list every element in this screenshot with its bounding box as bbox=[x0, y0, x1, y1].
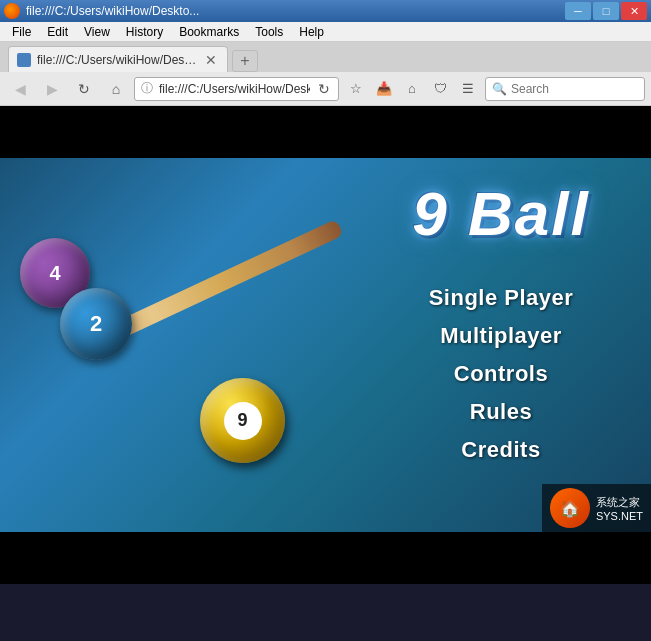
title-bar-left: file:///C:/Users/wikiHow/Deskto... bbox=[4, 3, 199, 19]
shield-button[interactable]: 🛡 bbox=[427, 76, 453, 102]
tab-bar: file:///C:/Users/wikiHow/Deskto... ✕ + bbox=[0, 42, 651, 72]
billiard-ball-9: 9 bbox=[200, 378, 285, 463]
reload-button[interactable]: ↻ bbox=[70, 76, 98, 102]
menu-credits[interactable]: Credits bbox=[451, 431, 550, 469]
toolbar-icons: ☆ 📥 ⌂ 🛡 ☰ bbox=[343, 76, 481, 102]
watermark-domain: SYS.NET bbox=[596, 510, 643, 522]
tab-title: file:///C:/Users/wikiHow/Deskto... bbox=[37, 53, 197, 67]
black-bar-top bbox=[0, 106, 651, 158]
minimize-button[interactable]: ─ bbox=[565, 2, 591, 20]
menu-hamburger-button[interactable]: ☰ bbox=[455, 76, 481, 102]
menu-help[interactable]: Help bbox=[291, 23, 332, 41]
nav-bar: ◀ ▶ ↻ ⌂ ⓘ ↻ ☆ 📥 ⌂ 🛡 ☰ 🔍 bbox=[0, 72, 651, 106]
search-icon: 🔍 bbox=[492, 82, 507, 96]
tab-close-button[interactable]: ✕ bbox=[203, 52, 219, 68]
watermark: 🏠 系统之家 SYS.NET bbox=[542, 484, 651, 532]
game-area: 9 9 Ball Single Player Multiplayer Contr… bbox=[0, 106, 651, 584]
new-tab-button[interactable]: + bbox=[232, 50, 258, 72]
menu-history[interactable]: History bbox=[118, 23, 171, 41]
info-icon: ⓘ bbox=[139, 81, 155, 97]
watermark-logo: 🏠 bbox=[550, 488, 590, 528]
ball-9-number: 9 bbox=[237, 410, 247, 431]
title-bar-controls: ─ □ ✕ bbox=[565, 2, 647, 20]
game-menu: 9 Ball Single Player Multiplayer Control… bbox=[391, 158, 611, 532]
refresh-address-button[interactable]: ↻ bbox=[314, 79, 334, 99]
billiard-ball-2 bbox=[60, 288, 132, 360]
menu-rules[interactable]: Rules bbox=[460, 393, 542, 431]
cue-stick bbox=[101, 219, 344, 345]
menu-bar: File Edit View History Bookmarks Tools H… bbox=[0, 22, 651, 42]
black-bar-bottom bbox=[0, 532, 651, 584]
menu-file[interactable]: File bbox=[4, 23, 39, 41]
balls-area: 9 bbox=[0, 158, 340, 532]
bookmark-star-button[interactable]: ☆ bbox=[343, 76, 369, 102]
tab-favicon bbox=[17, 53, 31, 67]
watermark-chinese: 系统之家 bbox=[596, 495, 643, 510]
ball-9-circle: 9 bbox=[224, 402, 262, 440]
menu-multiplayer[interactable]: Multiplayer bbox=[430, 317, 572, 355]
address-input[interactable] bbox=[159, 82, 310, 96]
menu-controls[interactable]: Controls bbox=[444, 355, 558, 393]
bookmark-list-button[interactable]: 📥 bbox=[371, 76, 397, 102]
menu-bookmarks[interactable]: Bookmarks bbox=[171, 23, 247, 41]
search-bar[interactable]: 🔍 bbox=[485, 77, 645, 101]
menu-edit[interactable]: Edit bbox=[39, 23, 76, 41]
back-button[interactable]: ◀ bbox=[6, 76, 34, 102]
firefox-icon bbox=[4, 3, 20, 19]
menu-tools[interactable]: Tools bbox=[247, 23, 291, 41]
title-bar: file:///C:/Users/wikiHow/Deskto... ─ □ ✕ bbox=[0, 0, 651, 22]
search-input[interactable] bbox=[511, 82, 651, 96]
watermark-text-block: 系统之家 SYS.NET bbox=[596, 495, 643, 522]
game-title: 9 Ball bbox=[412, 178, 589, 249]
title-bar-text: file:///C:/Users/wikiHow/Deskto... bbox=[26, 4, 199, 18]
close-button[interactable]: ✕ bbox=[621, 2, 647, 20]
forward-button[interactable]: ▶ bbox=[38, 76, 66, 102]
maximize-button[interactable]: □ bbox=[593, 2, 619, 20]
menu-view[interactable]: View bbox=[76, 23, 118, 41]
browser-tab[interactable]: file:///C:/Users/wikiHow/Deskto... ✕ bbox=[8, 46, 228, 72]
menu-single-player[interactable]: Single Player bbox=[419, 279, 584, 317]
home-toolbar-button[interactable]: ⌂ bbox=[399, 76, 425, 102]
address-bar[interactable]: ⓘ ↻ bbox=[134, 77, 339, 101]
home-button[interactable]: ⌂ bbox=[102, 76, 130, 102]
